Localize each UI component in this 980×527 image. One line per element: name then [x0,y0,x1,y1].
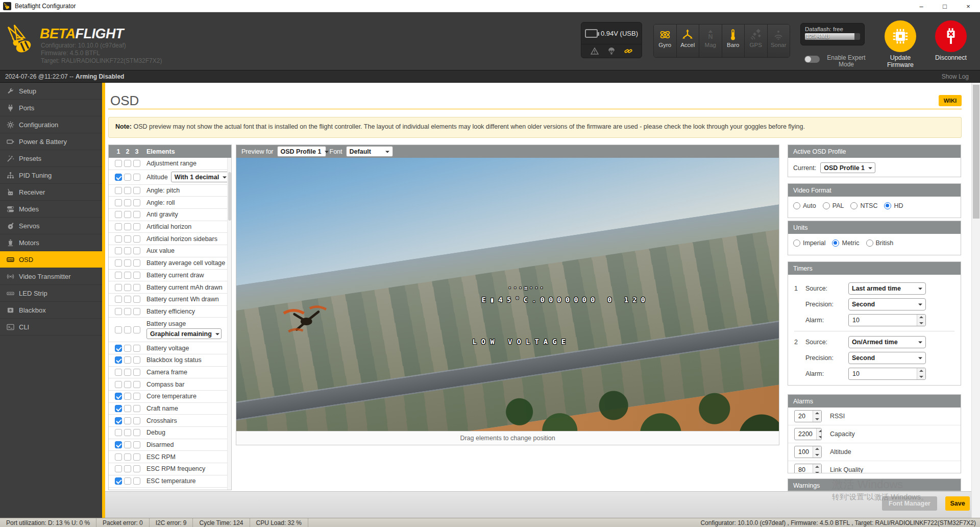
timer-1-alarm-input-spinner[interactable] [917,315,925,326]
sidebar-item-configuration[interactable]: Configuration [0,116,102,133]
sidebar-item-pid-tuning[interactable]: PID Tuning [0,167,102,184]
element-checkbox-profile3[interactable] [133,174,140,181]
element-checkbox-profile2[interactable] [124,369,131,376]
element-checkbox-profile2[interactable] [124,211,131,218]
element-checkbox-profile2[interactable] [124,235,131,243]
element-checkbox-profile2[interactable] [124,326,131,333]
element-checkbox-profile2[interactable] [124,381,131,388]
element-checkbox-profile2[interactable] [124,174,131,181]
element-checkbox-profile2[interactable] [124,160,131,167]
element-checkbox-profile1[interactable] [115,429,122,436]
element-checkbox-profile1[interactable] [115,160,122,167]
maximize-button[interactable]: □ [933,0,957,12]
alarm-link-quality-input-spinner[interactable] [813,464,821,473]
expert-mode-toggle[interactable] [804,56,820,63]
timer-2-alarm-input-spinner[interactable] [917,368,925,379]
osd-preview-image[interactable]: ···¤··· E▮45°C.0000000 0 120 LOW VOLTAGE [236,158,779,431]
element-checkbox-profile2[interactable] [124,345,131,352]
element-checkbox-profile1[interactable] [115,296,122,303]
units-imperial[interactable]: Imperial [793,239,825,247]
element-checkbox-profile3[interactable] [133,356,140,364]
timer-1-precision-select[interactable]: Second [848,298,926,310]
element-checkbox-profile2[interactable] [124,477,131,485]
element-checkbox-profile2[interactable] [124,284,131,291]
page-scrollbar[interactable] [971,83,980,518]
timer-2-precision-select[interactable]: Second [848,352,926,364]
element-checkbox-profile3[interactable] [133,429,140,436]
preview-profile-select[interactable]: OSD Profile 1 [277,146,326,157]
video-format-hd[interactable]: HD [884,202,903,209]
element-checkbox-profile3[interactable] [133,259,140,267]
element-checkbox-profile2[interactable] [124,465,131,472]
video-format-ntsc[interactable]: NTSC [850,202,877,209]
sidebar-item-cli[interactable]: CLI [0,319,102,336]
element-checkbox-profile3[interactable] [133,393,140,400]
element-checkbox-profile1[interactable] [115,381,122,388]
sidebar-item-ports[interactable]: Ports [0,100,102,116]
timer-2-alarm-input[interactable]: 10 [848,368,926,380]
sidebar-item-power-battery[interactable]: Power & Battery [0,133,102,150]
active-profile-select[interactable]: OSD Profile 1 [820,162,875,173]
element-checkbox-profile1[interactable] [115,477,122,485]
element-checkbox-profile2[interactable] [124,259,131,267]
element-checkbox-profile3[interactable] [133,296,140,303]
video-format-pal-radio[interactable] [823,202,830,209]
sidebar-item-motors[interactable]: Motors [0,234,102,251]
element-checkbox-profile1[interactable] [115,345,122,352]
sidebar-item-video-transmitter[interactable]: Video Transmitter [0,268,102,285]
element-checkbox-profile3[interactable] [133,247,140,254]
element-checkbox-profile3[interactable] [133,405,140,412]
element-checkbox-profile2[interactable] [124,405,131,412]
element-checkbox-profile1[interactable] [115,326,122,333]
sidebar-item-setup[interactable]: Setup [0,83,102,100]
alarm-rssi-input[interactable]: 20 [794,410,822,422]
video-format-ntsc-radio[interactable] [850,202,857,209]
element-checkbox-profile1[interactable] [115,259,122,267]
units-british[interactable]: British [866,239,894,247]
alarm-link-quality-input[interactable]: 80 [794,464,822,473]
element-checkbox-profile1[interactable] [115,356,122,364]
disconnect-button[interactable]: Disconnect [933,20,969,61]
alarm-capacity-input-spinner[interactable] [816,428,821,440]
sidebar-item-receiver[interactable]: Receiver [0,184,102,201]
element-checkbox-profile1[interactable] [115,235,122,243]
element-checkbox-profile1[interactable] [115,369,122,376]
element-checkbox-profile3[interactable] [133,345,140,352]
alarm-altitude-input[interactable]: 100 [794,446,822,458]
scrollbar-thumb[interactable] [973,85,979,219]
units-imperial-radio[interactable] [793,239,800,247]
element-checkbox-profile1[interactable] [115,393,122,400]
element-checkbox-profile3[interactable] [133,223,140,230]
wiki-button[interactable]: WIKI [939,95,962,106]
element-checkbox-profile3[interactable] [133,272,140,279]
element-checkbox-profile2[interactable] [124,308,131,315]
update-firmware-button[interactable]: Update Firmware [883,20,918,68]
element-checkbox-profile1[interactable] [115,247,122,254]
video-format-hd-radio[interactable] [884,202,891,209]
sidebar-item-led-strip[interactable]: LED Strip [0,285,102,302]
element-checkbox-profile1[interactable] [115,441,122,448]
element-checkbox-profile1[interactable] [115,405,122,412]
element-checkbox-profile3[interactable] [133,477,140,485]
elements-scrollbar[interactable] [227,158,231,490]
element-checkbox-profile3[interactable] [133,211,140,218]
timer-1-alarm-input[interactable]: 10 [848,314,926,326]
element-checkbox-profile2[interactable] [124,223,131,230]
element-checkbox-profile3[interactable] [133,369,140,376]
alarm-altitude-input-spinner[interactable] [813,446,821,458]
element-checkbox-profile1[interactable] [115,465,122,472]
element-checkbox-profile1[interactable] [115,284,122,291]
element-checkbox-profile1[interactable] [115,272,122,279]
element-checkbox-profile2[interactable] [124,356,131,364]
osd-warning-element[interactable]: LOW VOLTAGE [472,338,570,346]
close-button[interactable]: × [957,0,980,12]
element-checkbox-profile3[interactable] [133,326,140,333]
element-checkbox-profile1[interactable] [115,417,122,424]
element-checkbox-profile3[interactable] [133,417,140,424]
element-checkbox-profile1[interactable] [115,199,122,206]
alarm-rssi-input-spinner[interactable] [813,411,821,422]
element-checkbox-profile3[interactable] [133,284,140,291]
element-checkbox-profile2[interactable] [124,199,131,206]
element-checkbox-profile3[interactable] [133,160,140,167]
sidebar-item-presets[interactable]: Presets [0,150,102,167]
